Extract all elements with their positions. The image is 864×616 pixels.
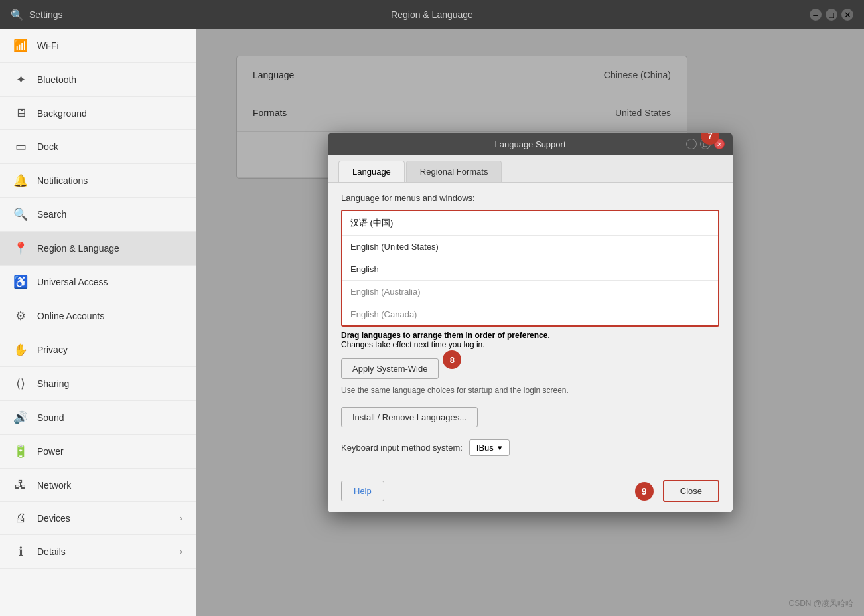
sidebar-item-background[interactable]: 🖥 Background bbox=[0, 97, 196, 130]
sidebar-item-devices[interactable]: 🖨 Devices › bbox=[0, 502, 196, 535]
system-wide-hint: Use the same language choices for startu… bbox=[341, 386, 719, 395]
sidebar-label-power: Power bbox=[37, 446, 64, 457]
sound-icon: 🔊 bbox=[13, 410, 28, 425]
ibus-value: IBus bbox=[476, 443, 494, 453]
dialog-footer: Help 9 Close bbox=[328, 473, 733, 512]
title-bar-left: 🔍 Settings bbox=[11, 9, 63, 21]
sidebar-item-sharing[interactable]: ⟨⟩ Sharing bbox=[0, 367, 196, 401]
tab-language[interactable]: Language bbox=[338, 161, 405, 182]
background-icon: 🖥 bbox=[13, 106, 28, 120]
window-controls: – □ ✕ bbox=[810, 9, 853, 21]
sidebar-item-privacy[interactable]: ✋ Privacy bbox=[0, 333, 196, 367]
sidebar-label-wifi: Wi-Fi bbox=[37, 40, 59, 51]
title-search-icon[interactable]: 🔍 bbox=[11, 9, 24, 21]
main-layout: 📶 Wi-Fi ✦ Bluetooth 🖥 Background ▭ Dock … bbox=[0, 29, 864, 616]
dock-icon: ▭ bbox=[13, 139, 28, 154]
maximize-button[interactable]: □ bbox=[826, 9, 837, 21]
badge-9: 9 bbox=[635, 482, 654, 501]
section-label: Language for menus and windows: bbox=[341, 193, 719, 203]
region-icon: 📍 bbox=[13, 241, 28, 256]
universal-access-icon: ♿ bbox=[13, 275, 28, 289]
sidebar-item-search[interactable]: 🔍 Search bbox=[0, 198, 196, 232]
badge-8: 8 bbox=[443, 350, 461, 369]
drag-hint-sub: Changes take effect next time you log in… bbox=[341, 340, 485, 349]
install-remove-button[interactable]: Install / Remove Languages... bbox=[341, 407, 478, 427]
sidebar-label-online-accounts: Online Accounts bbox=[37, 311, 104, 321]
lang-item-zh-cn[interactable]: 汉语 (中国) bbox=[342, 211, 718, 236]
power-icon: 🔋 bbox=[13, 444, 28, 459]
dialog-tabs: Language Regional Formats 7 bbox=[328, 155, 733, 183]
devices-arrow: › bbox=[180, 514, 182, 523]
keyboard-method-label: Keyboard input method system: bbox=[341, 443, 463, 453]
privacy-icon: ✋ bbox=[13, 343, 28, 357]
dialog-minimize-button[interactable]: – bbox=[686, 139, 697, 149]
apply-system-wide-button[interactable]: Apply System-Wide bbox=[341, 358, 439, 379]
sidebar-label-universal-access: Universal Access bbox=[37, 277, 108, 287]
content-area: Language Chinese (China) Formats United … bbox=[196, 29, 864, 616]
language-list: 汉语 (中国) English (United States) English … bbox=[341, 210, 719, 327]
lang-item-en[interactable]: English bbox=[342, 258, 718, 281]
sidebar: 📶 Wi-Fi ✦ Bluetooth 🖥 Background ▭ Dock … bbox=[0, 29, 196, 616]
network-icon: 🖧 bbox=[13, 478, 28, 492]
lang-item-en-ca[interactable]: English (Canada) bbox=[342, 303, 718, 325]
close-dialog-button[interactable]: Close bbox=[663, 480, 719, 502]
lang-item-en-us[interactable]: English (United States) bbox=[342, 236, 718, 258]
wifi-icon: 📶 bbox=[13, 38, 28, 53]
sidebar-label-sharing: Sharing bbox=[37, 378, 69, 389]
title-bar: 🔍 Settings Region & Language – □ ✕ bbox=[0, 0, 864, 29]
sidebar-item-dock[interactable]: ▭ Dock bbox=[0, 130, 196, 164]
devices-icon: 🖨 bbox=[13, 511, 28, 525]
sidebar-item-universal-access[interactable]: ♿ Universal Access bbox=[0, 266, 196, 299]
sidebar-item-bluetooth[interactable]: ✦ Bluetooth bbox=[0, 63, 196, 97]
help-button[interactable]: Help bbox=[341, 481, 384, 501]
sidebar-label-devices: Devices bbox=[37, 513, 70, 524]
sidebar-label-network: Network bbox=[37, 480, 71, 491]
search-icon: 🔍 bbox=[13, 207, 28, 222]
sidebar-item-network[interactable]: 🖧 Network bbox=[0, 469, 196, 502]
sidebar-label-background: Background bbox=[37, 108, 87, 119]
minimize-button[interactable]: – bbox=[810, 9, 822, 21]
sidebar-label-dock: Dock bbox=[37, 141, 58, 152]
app-title: Settings bbox=[29, 9, 63, 20]
details-icon: ℹ bbox=[13, 544, 28, 559]
sidebar-item-online-accounts[interactable]: ⚙ Online Accounts bbox=[0, 299, 196, 333]
sidebar-label-search: Search bbox=[37, 209, 66, 220]
sidebar-item-region-language[interactable]: 📍 Region & Language bbox=[0, 232, 196, 266]
language-support-dialog: Language Support – □ ✕ Language Regional… bbox=[328, 133, 733, 512]
dialog-overlay: Language Support – □ ✕ Language Regional… bbox=[196, 29, 864, 616]
sidebar-label-notifications: Notifications bbox=[37, 175, 88, 186]
keyboard-method-row: Keyboard input method system: IBus ▾ bbox=[341, 439, 719, 456]
sidebar-label-privacy: Privacy bbox=[37, 345, 68, 355]
sidebar-item-notifications[interactable]: 🔔 Notifications bbox=[0, 164, 196, 198]
sidebar-label-sound: Sound bbox=[37, 412, 64, 423]
sharing-icon: ⟨⟩ bbox=[13, 376, 28, 391]
sidebar-label-bluetooth: Bluetooth bbox=[37, 74, 76, 85]
dialog-content: Language for menus and windows: 汉语 (中国) … bbox=[328, 183, 733, 473]
dialog-titlebar: Language Support – □ ✕ bbox=[328, 133, 733, 155]
sidebar-label-details: Details bbox=[37, 546, 66, 557]
sidebar-item-wifi[interactable]: 📶 Wi-Fi bbox=[0, 29, 196, 63]
sidebar-item-power[interactable]: 🔋 Power bbox=[0, 435, 196, 469]
ibus-dropdown-icon: ▾ bbox=[498, 443, 502, 453]
drag-hint: Drag languages to arrange them in order … bbox=[341, 331, 719, 349]
ibus-select[interactable]: IBus ▾ bbox=[469, 439, 510, 456]
tab-regional-formats[interactable]: Regional Formats bbox=[406, 161, 502, 182]
drag-hint-bold: Drag languages to arrange them in order … bbox=[341, 331, 550, 340]
bluetooth-icon: ✦ bbox=[13, 72, 28, 87]
notifications-icon: 🔔 bbox=[13, 173, 28, 188]
online-accounts-icon: ⚙ bbox=[13, 309, 28, 323]
page-title: Region & Language bbox=[391, 9, 473, 20]
details-arrow: › bbox=[180, 547, 182, 556]
sidebar-item-details[interactable]: ℹ Details › bbox=[0, 535, 196, 569]
dialog-title: Language Support bbox=[495, 139, 566, 149]
lang-item-en-au[interactable]: English (Australia) bbox=[342, 281, 718, 303]
sidebar-item-sound[interactable]: 🔊 Sound bbox=[0, 401, 196, 435]
close-window-button[interactable]: ✕ bbox=[841, 9, 853, 21]
sidebar-label-region-language: Region & Language bbox=[37, 243, 119, 254]
